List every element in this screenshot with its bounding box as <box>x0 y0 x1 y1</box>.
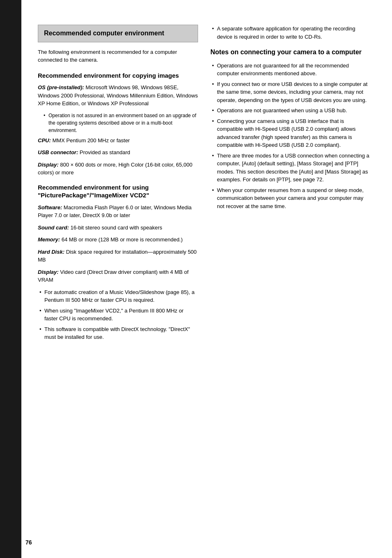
cpu-text: MMX Pentium 200 MHz or faster <box>51 137 130 144</box>
subsection2-title: Recommended environment for using "Pictu… <box>38 183 198 199</box>
notes-bullet-1: If you connect two or more USB devices t… <box>210 80 371 104</box>
notes-bullet-2: Operations are not guaranteed when using… <box>210 107 371 115</box>
page-content: Recommended computer environment The fol… <box>21 0 392 558</box>
notes-bullet-4: There are three modes for a USB connecti… <box>210 152 371 184</box>
memory-spec: Memory: 64 MB or more (128 MB or more is… <box>38 236 198 244</box>
cpu-label: CPU: <box>38 137 51 144</box>
sound-card-text: 16-bit stereo sound card with speakers <box>69 225 162 231</box>
page-number: 76 <box>21 539 32 546</box>
cpu-spec: CPU: MMX Pentium 200 MHz or faster <box>38 137 198 145</box>
usb-connector-label: USB connector: <box>38 149 78 155</box>
display-label1: Display: <box>38 162 59 168</box>
right-column: A separate software application for oper… <box>210 25 371 533</box>
memory-text: 64 MB or more (128 MB or more is recomme… <box>60 236 182 243</box>
page-container: Recommended computer environment The fol… <box>0 0 392 558</box>
software-spec: Software: Macromedia Flash Player 6.0 or… <box>38 204 198 220</box>
left-tab <box>0 0 21 558</box>
left-column: Recommended computer environment The fol… <box>38 25 198 533</box>
hard-disk-label: Hard Disk: <box>38 249 65 255</box>
section-header-title: Recommended computer environment <box>44 29 192 38</box>
display-label2: Display: <box>38 269 59 275</box>
hard-disk-spec: Hard Disk: Disk space required for insta… <box>38 248 198 264</box>
usb-connector-spec: USB connector: Provided as standard <box>38 148 198 157</box>
software-label: Software: <box>38 204 62 211</box>
top-bullet: A separate software application for oper… <box>210 25 371 41</box>
subsection1-title: Recommended environment for copying imag… <box>38 72 198 80</box>
os-label: OS (pre-installed): <box>38 84 84 90</box>
os-bullet: Operation is not assured in an environme… <box>38 112 198 134</box>
bullet-subsection2-2: This software is compatible with DirectX… <box>38 325 198 341</box>
sound-card-label: Sound card: <box>38 225 69 231</box>
notes-section-title: Notes on connecting your camera to a com… <box>210 48 371 57</box>
notes-bullet-5: When your computer resumes from a suspen… <box>210 186 371 211</box>
display-text2: Video card (Direct Draw driver compliant… <box>38 269 189 283</box>
os-spec: OS (pre-installed): Microsoft Windows 98… <box>38 83 198 108</box>
usb-connector-text: Provided as standard <box>78 149 130 155</box>
section-header: Recommended computer environment <box>38 25 198 42</box>
display-spec2: Display: Video card (Direct Draw driver … <box>38 268 198 284</box>
notes-bullet-3: Connecting your camera using a USB inter… <box>210 117 371 149</box>
bullet-subsection2-1: When using "ImageMixer VCD2," a Pentium … <box>38 307 198 323</box>
display-text1: 800 × 600 dots or more, High Color (16-b… <box>38 162 192 176</box>
notes-bullet-0: Operations are not guaranteed for all th… <box>210 62 371 78</box>
memory-label: Memory: <box>38 236 60 243</box>
display-spec1: Display: 800 × 600 dots or more, High Co… <box>38 161 198 177</box>
intro-text: The following environment is recommended… <box>38 48 198 64</box>
bullet-subsection2-0: For automatic creation of a Music Video/… <box>38 288 198 304</box>
sound-card-spec: Sound card: 16-bit stereo sound card wit… <box>38 224 198 232</box>
